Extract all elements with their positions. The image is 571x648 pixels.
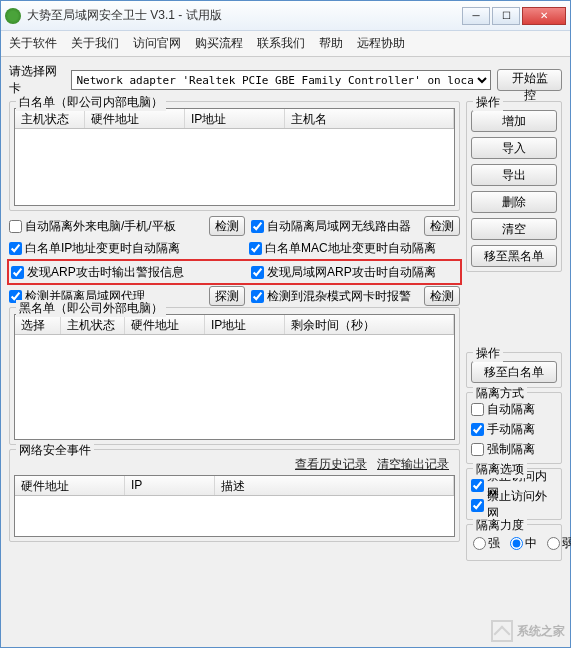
iso-opt-title: 隔离选项	[473, 461, 527, 478]
radio-mid[interactable]	[510, 537, 523, 550]
view-history-link[interactable]: 查看历史记录	[295, 456, 367, 473]
events-group: 网络安全事件 查看历史记录 清空输出记录 硬件地址 IP 描述	[9, 449, 460, 542]
detect-button-1[interactable]: 检测	[209, 216, 245, 236]
move-black-button[interactable]: 移至黑名单	[471, 245, 557, 267]
iso-mode-group: 隔离方式 自动隔离 手动隔离 强制隔离	[466, 392, 562, 464]
delete-button[interactable]: 删除	[471, 191, 557, 213]
th-select[interactable]: 选择	[15, 315, 61, 334]
radio-strong-wrap[interactable]: 强	[473, 535, 500, 552]
th-ev-desc[interactable]: 描述	[215, 476, 454, 495]
label-whitelist-ip-change: 白名单IP地址变更时自动隔离	[25, 240, 180, 257]
ops-title-2: 操作	[473, 345, 503, 362]
add-button[interactable]: 增加	[471, 110, 557, 132]
clear-button[interactable]: 清空	[471, 218, 557, 240]
whitelist-group: 白名单（即公司内部电脑） 主机状态 硬件地址 IP地址 主机名	[9, 101, 460, 211]
label-arp-alert: 发现ARP攻击时输出警报信息	[27, 264, 184, 281]
iso-strength-title: 隔离力度	[473, 517, 527, 534]
events-title: 网络安全事件	[16, 442, 94, 459]
blacklist-table: 选择 主机状态 硬件地址 IP地址 剩余时间（秒）	[14, 314, 455, 440]
th-ip[interactable]: IP地址	[185, 109, 285, 128]
check-promisc-nic[interactable]	[251, 290, 264, 303]
th-bl-ip[interactable]: IP地址	[205, 315, 285, 334]
label-arp-auto-isolate: 发现局域网ARP攻击时自动隔离	[267, 264, 436, 281]
watermark-icon	[491, 620, 513, 642]
menu-website[interactable]: 访问官网	[133, 35, 181, 52]
blacklist-group: 黑名单（即公司外部电脑） 选择 主机状态 硬件地址 IP地址 剩余时间（秒）	[9, 307, 460, 445]
events-body[interactable]	[15, 496, 454, 536]
events-table: 硬件地址 IP 描述	[14, 475, 455, 537]
th-host-status[interactable]: 主机状态	[15, 109, 85, 128]
move-white-button[interactable]: 移至白名单	[471, 361, 557, 383]
whitelist-table: 主机状态 硬件地址 IP地址 主机名	[14, 108, 455, 206]
menu-remote[interactable]: 远程协助	[357, 35, 405, 52]
titlebar: 大势至局域网安全卫士 V3.1 - 试用版 ─ ☐ ✕	[1, 1, 570, 31]
close-button[interactable]: ✕	[522, 7, 566, 25]
th-ev-ip[interactable]: IP	[125, 476, 215, 495]
radio-strong[interactable]	[473, 537, 486, 550]
check-deny-in[interactable]	[471, 479, 484, 492]
check-arp-auto-isolate[interactable]	[251, 266, 264, 279]
radio-weak-wrap[interactable]: 弱	[547, 535, 571, 552]
detect-button-2[interactable]: 检测	[424, 216, 460, 236]
adapter-select[interactable]: Network adapter 'Realtek PCIe GBE Family…	[71, 70, 491, 90]
check-arp-alert[interactable]	[11, 266, 24, 279]
th-bl-mac[interactable]: 硬件地址	[125, 315, 205, 334]
detect-button-3[interactable]: 检测	[424, 286, 460, 306]
label-iso-force: 强制隔离	[487, 441, 535, 458]
th-ev-mac[interactable]: 硬件地址	[15, 476, 125, 495]
menu-purchase[interactable]: 购买流程	[195, 35, 243, 52]
th-mac[interactable]: 硬件地址	[85, 109, 185, 128]
blacklist-body[interactable]	[15, 335, 454, 439]
whitelist-body[interactable]	[15, 129, 454, 205]
check-iso-manual[interactable]	[471, 423, 484, 436]
ops-title-1: 操作	[473, 94, 503, 111]
check-whitelist-mac-change[interactable]	[249, 242, 262, 255]
menubar: 关于软件 关于我们 访问官网 购买流程 联系我们 帮助 远程协助	[1, 31, 570, 57]
check-iso-force[interactable]	[471, 443, 484, 456]
radio-weak[interactable]	[547, 537, 560, 550]
maximize-button[interactable]: ☐	[492, 7, 520, 25]
label-promisc-nic: 检测到混杂模式网卡时报警	[267, 288, 411, 305]
minimize-button[interactable]: ─	[462, 7, 490, 25]
menu-about-us[interactable]: 关于我们	[71, 35, 119, 52]
probe-button[interactable]: 探测	[209, 286, 245, 306]
start-monitor-button[interactable]: 开始监控	[497, 69, 562, 91]
label-iso-auto: 自动隔离	[487, 401, 535, 418]
check-auto-isolate-foreign[interactable]	[9, 220, 22, 233]
iso-strength-group: 隔离力度 强 中 弱	[466, 524, 562, 561]
iso-mode-title: 隔离方式	[473, 385, 527, 402]
label-iso-manual: 手动隔离	[487, 421, 535, 438]
th-bl-status[interactable]: 主机状态	[61, 315, 125, 334]
radio-mid-wrap[interactable]: 中	[510, 535, 537, 552]
th-bl-remain[interactable]: 剩余时间（秒）	[285, 315, 454, 334]
window-title: 大势至局域网安全卫士 V3.1 - 试用版	[27, 7, 462, 24]
ops-group-1: 操作 增加 导入 导出 删除 清空 移至黑名单	[466, 101, 562, 272]
menu-help[interactable]: 帮助	[319, 35, 343, 52]
menu-contact[interactable]: 联系我们	[257, 35, 305, 52]
menu-about-software[interactable]: 关于软件	[9, 35, 57, 52]
th-hostname[interactable]: 主机名	[285, 109, 454, 128]
adapter-label: 请选择网卡	[9, 63, 67, 97]
label-isolate-wireless-router: 自动隔离局域网无线路由器	[267, 218, 411, 235]
whitelist-title: 白名单（即公司内部电脑）	[16, 94, 166, 111]
ops-group-2: 操作 移至白名单	[466, 352, 562, 388]
import-button[interactable]: 导入	[471, 137, 557, 159]
watermark: 系统之家	[491, 620, 565, 642]
app-icon	[5, 8, 21, 24]
export-button[interactable]: 导出	[471, 164, 557, 186]
clear-output-link[interactable]: 清空输出记录	[377, 456, 449, 473]
check-isolate-wireless-router[interactable]	[251, 220, 264, 233]
iso-opt-group: 隔离选项 禁止访问内网 禁止访问外网	[466, 468, 562, 520]
blacklist-title: 黑名单（即公司外部电脑）	[16, 300, 166, 317]
label-whitelist-mac-change: 白名单MAC地址变更时自动隔离	[265, 240, 436, 257]
check-whitelist-ip-change[interactable]	[9, 242, 22, 255]
check-deny-out[interactable]	[471, 499, 484, 512]
check-iso-auto[interactable]	[471, 403, 484, 416]
label-auto-isolate-foreign: 自动隔离外来电脑/手机/平板	[25, 218, 176, 235]
